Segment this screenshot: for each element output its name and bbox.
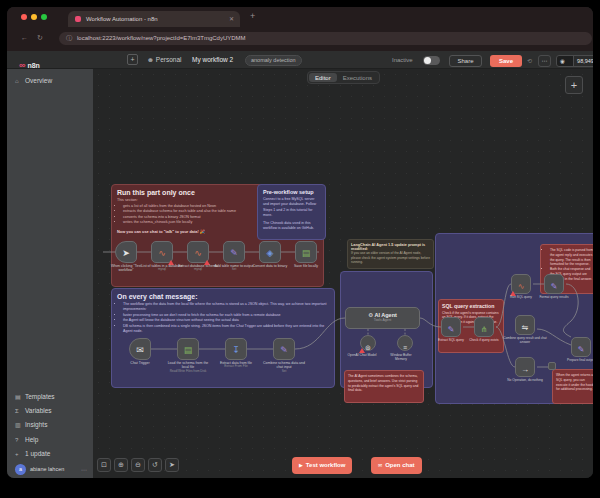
- chat-bubble-icon: ✉: [136, 345, 144, 355]
- tab-executions[interactable]: Executions: [337, 73, 378, 82]
- workflow-canvas[interactable]: Editor Executions + Run this part only o…: [93, 69, 593, 478]
- node-prepare-output[interactable]: ✎: [571, 337, 591, 357]
- sidebar-label: Help: [25, 436, 38, 443]
- project-label: Personal: [156, 56, 182, 63]
- node-extract-schema[interactable]: ∿: [187, 241, 209, 263]
- node-add-table-name[interactable]: ✎: [223, 241, 245, 263]
- pencil-icon: ✎: [230, 248, 238, 258]
- address-bar[interactable]: ⓘ localhost:2223/workflow/new?projectId=…: [59, 32, 592, 45]
- update-icon: +: [15, 448, 25, 460]
- sidebar: ⌂Overview ▤Templates ΣVariables ▥Insight…: [7, 69, 93, 478]
- workflow-tag[interactable]: anomaly detection: [245, 55, 302, 66]
- node-label-text: Chat Trigger: [130, 361, 149, 365]
- file-icon: ▤: [184, 345, 193, 355]
- sidebar-label: Templates: [25, 393, 55, 400]
- close-tab-icon[interactable]: ✕: [229, 11, 234, 27]
- maximize-window-button[interactable]: [41, 14, 47, 20]
- arrow-right-icon: →: [521, 365, 529, 374]
- node-label-text: Save file locally: [294, 264, 318, 268]
- sticky-note-pre-setup[interactable]: Pre-workflow setup Connect to a free MyS…: [257, 184, 326, 240]
- refresh-icon[interactable]: ↻: [37, 34, 43, 42]
- breadcrumb-project[interactable]: ☻Personal: [147, 56, 182, 63]
- variables-icon: Σ: [15, 405, 25, 417]
- node-convert-binary[interactable]: ◈: [259, 241, 281, 263]
- share-button[interactable]: Share: [449, 55, 482, 67]
- sticky-note-langchain[interactable]: LangChain AI Agent 1.5 update prompt is …: [347, 239, 434, 269]
- node-buffer-memory[interactable]: ≡: [397, 335, 413, 351]
- sidebar-item-overview[interactable]: ⌂Overview: [15, 75, 52, 87]
- history-icon[interactable]: ⟲: [527, 57, 532, 64]
- new-tab-button[interactable]: +: [250, 11, 255, 21]
- node-load-schema[interactable]: ▤: [177, 338, 199, 360]
- node-save-file[interactable]: ▤: [295, 241, 317, 263]
- add-node-button[interactable]: +: [565, 76, 583, 94]
- workflow-name[interactable]: My workflow 2: [192, 56, 233, 63]
- sidebar-label: 1 update: [25, 450, 50, 457]
- node-noop[interactable]: →: [515, 357, 535, 377]
- node-check-query[interactable]: ⋔: [474, 317, 494, 337]
- sidebar-item-templates[interactable]: ▤Templates: [15, 391, 55, 403]
- url-text: localhost:2223/workflow/new?projectId=E7…: [77, 32, 246, 45]
- node-label: Load the schema from the local fileRead/…: [165, 361, 211, 374]
- sidebar-item-insights[interactable]: ▥Insights: [15, 419, 47, 431]
- node-label: Combine query result and chat answer: [503, 336, 547, 344]
- node-collapsed[interactable]: [548, 362, 556, 370]
- sidebar-item-help[interactable]: ?Help: [15, 434, 38, 446]
- test-workflow-button[interactable]: ▶Test workflow: [292, 457, 352, 474]
- sidebar-label: Variables: [25, 407, 52, 414]
- pointer-icon: ➤: [169, 461, 175, 468]
- active-toggle[interactable]: [423, 56, 440, 65]
- sidebar-item-updates[interactable]: +1 update: [15, 448, 50, 460]
- github-star-label[interactable]: ◉ Star: [557, 56, 573, 66]
- node-extract-sql[interactable]: ✎: [441, 317, 461, 337]
- pointer-mode-button[interactable]: ➤: [165, 458, 179, 472]
- browser-window: Workflow Automation - n8n ✕ + ← ↻ ⓘ loca…: [7, 7, 593, 478]
- add-panel-button[interactable]: +: [127, 54, 138, 65]
- node-openai-model[interactable]: ⊛: [360, 335, 376, 351]
- node-combine-result[interactable]: ⇋: [515, 315, 535, 335]
- user-menu[interactable]: a abiane lahcen ⋯: [13, 463, 87, 477]
- github-star-widget[interactable]: ◉ Star 98,949: [556, 55, 593, 67]
- minimize-window-button[interactable]: [31, 14, 37, 20]
- sticky-note-noop-info[interactable]: When the agent returns an SQL query, you…: [552, 369, 593, 404]
- node-manual-trigger[interactable]: ➤: [115, 241, 137, 263]
- tab-title: Workflow Automation - n8n: [86, 11, 158, 27]
- fit-view-button[interactable]: ⊡: [97, 458, 111, 472]
- browser-tab[interactable]: Workflow Automation - n8n ✕: [68, 11, 240, 27]
- site-info-icon[interactable]: ⓘ: [66, 32, 72, 45]
- node-extract-file[interactable]: ↧: [225, 338, 247, 360]
- close-window-button[interactable]: [21, 14, 27, 20]
- note-body: The Chinook data used in this workflow i…: [263, 221, 320, 232]
- pencil-icon: ✎: [448, 325, 455, 334]
- robot-icon: ⚙: [368, 312, 373, 318]
- sticky-note-agent-warning[interactable]: The AI Agent sometimes combines the sche…: [344, 370, 424, 403]
- node-label-text: Prepare final output: [567, 358, 593, 362]
- openai-icon: ⊛: [365, 344, 371, 351]
- open-chat-button[interactable]: ✉Open chat: [371, 457, 422, 474]
- node-format-results[interactable]: ✎: [544, 274, 564, 294]
- node-label-text: No Operation, do nothing: [507, 378, 543, 382]
- sidebar-item-variables[interactable]: ΣVariables: [15, 405, 52, 417]
- zoom-out-button[interactable]: ⊖: [131, 458, 145, 472]
- play-icon: ▶: [299, 462, 303, 468]
- node-label: Combine schema data and chat inputSet: [261, 361, 307, 374]
- zoom-in-button[interactable]: ⊕: [114, 458, 128, 472]
- user-more-icon[interactable]: ⋯: [81, 466, 87, 473]
- node-ai-agent[interactable]: ⚙ AI Agent Tools Agent: [345, 307, 420, 329]
- node-chat-trigger[interactable]: ✉: [129, 338, 151, 360]
- undo-button[interactable]: ↺: [148, 458, 162, 472]
- favicon: [75, 16, 81, 22]
- node-run-sql[interactable]: ∿: [511, 274, 531, 294]
- avatar: a: [15, 464, 26, 475]
- save-button[interactable]: Save: [490, 55, 522, 67]
- note-body: If you use an older version of the AI Ag…: [351, 251, 430, 265]
- sidebar-label: Insights: [25, 421, 47, 428]
- more-menu-button[interactable]: ⋯: [538, 55, 551, 67]
- note-body: When the agent returns an SQL query, you…: [556, 373, 593, 392]
- zoom-out-icon: ⊖: [135, 461, 141, 468]
- back-icon[interactable]: ←: [21, 34, 28, 41]
- tab-editor[interactable]: Editor: [309, 73, 337, 82]
- person-icon: ☻: [147, 56, 154, 63]
- node-combine-input[interactable]: ✎: [273, 338, 295, 360]
- node-list-tables[interactable]: ∿: [151, 241, 173, 263]
